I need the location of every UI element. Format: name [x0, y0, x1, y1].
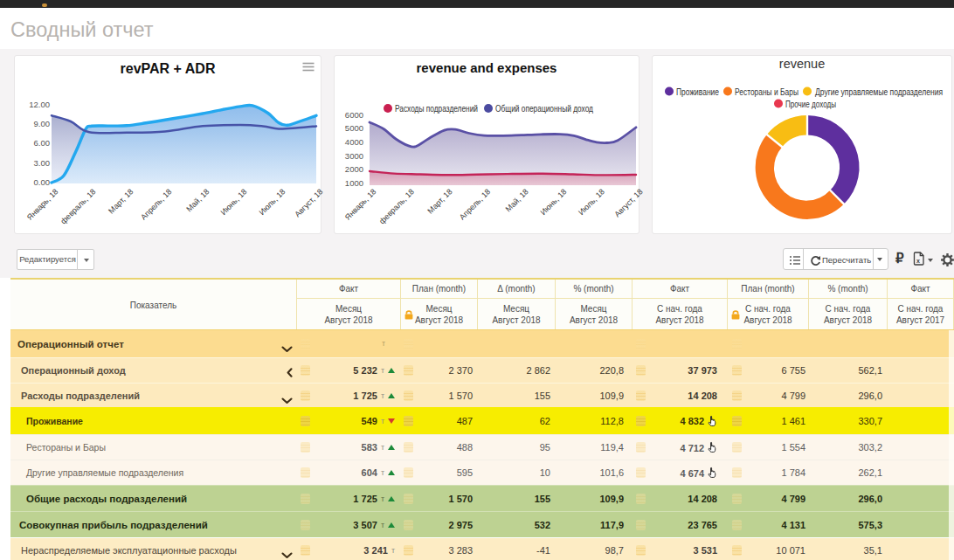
svg-text:2000: 2000: [345, 164, 363, 174]
svg-text:Июль, 18: Июль, 18: [577, 187, 606, 217]
svg-text:Рестораны и Бары: Рестораны и Бары: [735, 87, 798, 97]
svg-text:3.00: 3.00: [34, 158, 51, 168]
svg-text:Июнь, 18: Июнь, 18: [539, 187, 569, 217]
svg-text:1000: 1000: [345, 178, 363, 188]
svg-text:Другие управляемые подразделен: Другие управляемые подразделения: [815, 87, 943, 97]
svg-text:Май, 18: Май, 18: [504, 187, 530, 213]
svg-text:9.00: 9.00: [34, 119, 51, 128]
svg-text:Январь, 18: Январь, 18: [25, 187, 60, 222]
svg-text:x: x: [916, 258, 920, 264]
svg-text:февраль, 18: февраль, 18: [377, 187, 416, 225]
svg-text:Прочие доходы: Прочие доходы: [785, 100, 836, 109]
svg-text:4000: 4000: [345, 137, 363, 147]
svg-text:февраль, 18: февраль, 18: [59, 187, 97, 225]
svg-text:Март, 18: Март, 18: [107, 187, 135, 215]
svg-text:Апрель, 18: Апрель, 18: [139, 187, 173, 221]
svg-text:Июль, 18: Июль, 18: [257, 187, 287, 217]
svg-text:Август, 18: Август, 18: [612, 187, 644, 218]
svg-text:Июнь, 18: Июнь, 18: [219, 187, 249, 217]
svg-text:3000: 3000: [345, 151, 363, 161]
svg-text:Апрель, 18: Апрель, 18: [458, 187, 492, 221]
svg-text:0.00: 0.00: [34, 177, 51, 187]
svg-text:Август, 18: Август, 18: [293, 187, 324, 218]
svg-text:Январь, 18: Январь, 18: [343, 187, 378, 222]
svg-text:Общий операционный доход: Общий операционный доход: [495, 104, 593, 114]
svg-text:12.00: 12.00: [29, 100, 50, 109]
svg-text:Май, 18: Май, 18: [184, 187, 211, 213]
svg-text:Расходы подразделений: Расходы подразделений: [395, 104, 478, 114]
svg-text:Март, 18: Март, 18: [425, 187, 453, 215]
svg-text:6000: 6000: [345, 110, 363, 120]
svg-text:5000: 5000: [345, 123, 363, 133]
svg-text:Проживание: Проживание: [676, 87, 719, 97]
svg-text:6.00: 6.00: [34, 138, 51, 148]
